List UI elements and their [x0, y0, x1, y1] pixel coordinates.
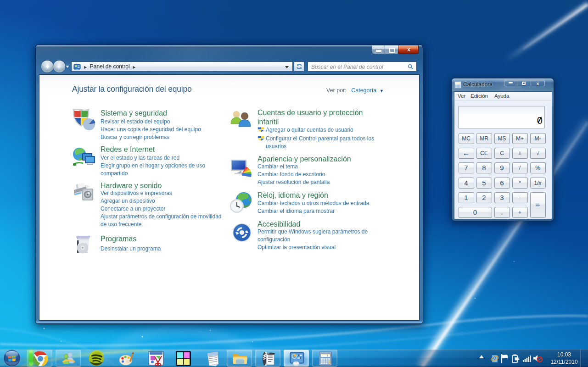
- svg-text:0: 0: [326, 354, 328, 357]
